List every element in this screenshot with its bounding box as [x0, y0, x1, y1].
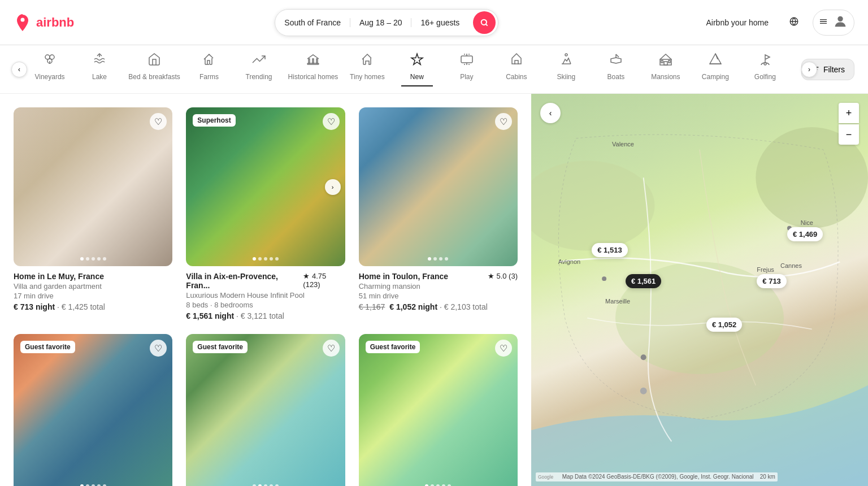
- wishlist-button-2[interactable]: ♡: [323, 113, 340, 130]
- map-pin-713[interactable]: € 713: [757, 274, 787, 288]
- listing-price: € 1,561 night · € 3,121 total: [186, 311, 345, 320]
- city-nice: Nice: [801, 219, 813, 226]
- city-avignon: Avignon: [558, 258, 581, 265]
- logo[interactable]: airbnb: [14, 14, 74, 32]
- svg-point-2: [837, 16, 843, 21]
- category-label-mansions: Mansions: [651, 73, 680, 81]
- category-item-skiing[interactable]: Skiing: [550, 53, 582, 86]
- main-content: ♡ Home in Le Muy, France Villa and garde…: [0, 94, 868, 486]
- map-back-button[interactable]: ‹: [540, 103, 561, 123]
- listing-price: € 1,167 € 1,052 night · € 2,103 total: [359, 302, 518, 311]
- category-item-farms[interactable]: Farms: [193, 53, 225, 86]
- map-pin-1052[interactable]: € 1,052: [706, 318, 742, 332]
- category-item-camping[interactable]: Camping: [700, 53, 731, 86]
- svg-point-17: [531, 161, 655, 251]
- category-label-vineyards: Vineyards: [34, 73, 64, 81]
- superhost-badge: Superhost: [193, 114, 235, 127]
- category-item-cabins[interactable]: Cabins: [501, 53, 532, 86]
- category-item-trending[interactable]: Trending: [243, 53, 275, 86]
- logo-text: airbnb: [36, 15, 74, 30]
- vineyards-icon: [43, 53, 57, 70]
- category-item-golfing[interactable]: Golfing: [749, 53, 781, 86]
- listing-title-text-3: Home in Toulon, France: [359, 272, 448, 281]
- search-guests[interactable]: 16+ guests: [411, 18, 468, 27]
- map-pin-1513[interactable]: € 1,513: [592, 243, 627, 257]
- dot-0: [80, 484, 84, 486]
- cabins-icon: [510, 53, 523, 70]
- category-item-lake[interactable]: Lake: [84, 53, 115, 86]
- city-marseille: Marseille: [605, 298, 630, 305]
- category-label-trending: Trending: [246, 73, 272, 81]
- price-total: · € 3,121 total: [236, 311, 284, 320]
- map-pin-1561[interactable]: € 1,561: [626, 274, 661, 288]
- listing-image-container-6: Guest favorite ♡: [359, 334, 518, 486]
- zoom-in-button[interactable]: +: [839, 103, 859, 123]
- svg-text:Google: Google: [538, 474, 553, 480]
- listing-card-5[interactable]: Guest favorite ♡: [186, 334, 345, 486]
- listing-card-1[interactable]: ♡ Home in Le Muy, France Villa and garde…: [14, 107, 172, 320]
- dot-4: [103, 257, 106, 261]
- dot-4: [275, 257, 279, 261]
- nav-arrow-left[interactable]: ‹: [11, 62, 27, 77]
- map-controls: + −: [839, 103, 859, 145]
- dot-2: [92, 484, 95, 486]
- svg-rect-10: [461, 56, 472, 63]
- listing-title-text-2: Villa in Aix-en-Provence, Fran...: [186, 272, 303, 290]
- dot-2: [92, 257, 95, 261]
- category-label-camping: Camping: [702, 73, 729, 81]
- category-item-boats[interactable]: Boats: [600, 53, 632, 86]
- header-right: Airbnb your home: [699, 10, 854, 36]
- header: airbnb South of France Aug 18 – 20 16+ g…: [0, 0, 868, 45]
- map-panel[interactable]: Valence Avignon Nice Cannes Marseille Fr…: [531, 94, 868, 486]
- dot-1: [86, 484, 89, 486]
- map-pin-1469[interactable]: € 1,469: [787, 227, 823, 241]
- listing-card-4[interactable]: Guest favorite ♡: [14, 334, 172, 486]
- search-location[interactable]: South of France: [275, 18, 350, 27]
- search-button[interactable]: [473, 11, 496, 34]
- price-per-night: € 713 night: [14, 302, 55, 311]
- category-label-golfing: Golfing: [754, 73, 776, 81]
- airbnb-your-home-link[interactable]: Airbnb your home: [699, 14, 775, 32]
- listing-card-6[interactable]: Guest favorite ♡: [359, 334, 518, 486]
- wishlist-button-3[interactable]: ♡: [495, 113, 512, 130]
- svg-point-0: [481, 19, 487, 24]
- price-total: · € 1,425 total: [57, 302, 105, 311]
- category-item-historical[interactable]: Historical homes: [293, 53, 333, 86]
- tiny-icon: [361, 53, 374, 70]
- category-item-vineyards[interactable]: Vineyards: [34, 53, 66, 86]
- price-per-night: € 1,052 night: [389, 302, 437, 311]
- category-item-bed-breakfast[interactable]: Bed & breakfasts: [133, 53, 175, 86]
- golfing-icon: [758, 53, 772, 70]
- dot-0: [253, 257, 256, 261]
- listing-card-3[interactable]: ♡ Home in Toulon, France ★ 5.0 (3) Charm…: [359, 107, 518, 320]
- price-total: · € 2,103 total: [440, 302, 488, 311]
- category-item-play[interactable]: Play: [451, 53, 483, 86]
- dot-0: [253, 484, 256, 486]
- svg-rect-13: [664, 62, 667, 65]
- svg-point-24: [640, 388, 647, 394]
- dot-4: [275, 484, 279, 486]
- zoom-out-button[interactable]: −: [839, 124, 859, 145]
- dot-2: [439, 257, 442, 261]
- category-label-historical: Historical homes: [288, 73, 338, 81]
- user-menu[interactable]: [813, 10, 854, 36]
- farms-icon: [202, 53, 216, 70]
- globe-icon[interactable]: [784, 12, 804, 33]
- nav-arrow-right[interactable]: ›: [801, 62, 817, 77]
- city-frejus: Frejus: [757, 266, 774, 273]
- search-dates[interactable]: Aug 18 – 20: [350, 18, 412, 27]
- dot-3: [97, 257, 101, 261]
- category-item-tiny[interactable]: Tiny homes: [351, 53, 383, 86]
- listing-image-3: [359, 107, 518, 266]
- bed-breakfast-icon: [147, 53, 161, 70]
- listing-image-4: [14, 334, 172, 486]
- category-item-mansions[interactable]: Mansions: [650, 53, 682, 86]
- listing-title-row-3: Home in Toulon, France ★ 5.0 (3): [359, 272, 518, 281]
- dot-indicators: [253, 484, 279, 486]
- search-bar[interactable]: South of France Aug 18 – 20 16+ guests: [275, 9, 498, 36]
- wishlist-button-5[interactable]: ♡: [323, 340, 340, 357]
- card-nav-arrow[interactable]: ›: [325, 179, 341, 195]
- listing-subtitle-3: Charming mansion: [359, 282, 518, 290]
- category-item-new[interactable]: New: [401, 53, 433, 86]
- listing-card-2[interactable]: Superhost ♡ › Villa in Aix-en-Provence, …: [186, 107, 345, 320]
